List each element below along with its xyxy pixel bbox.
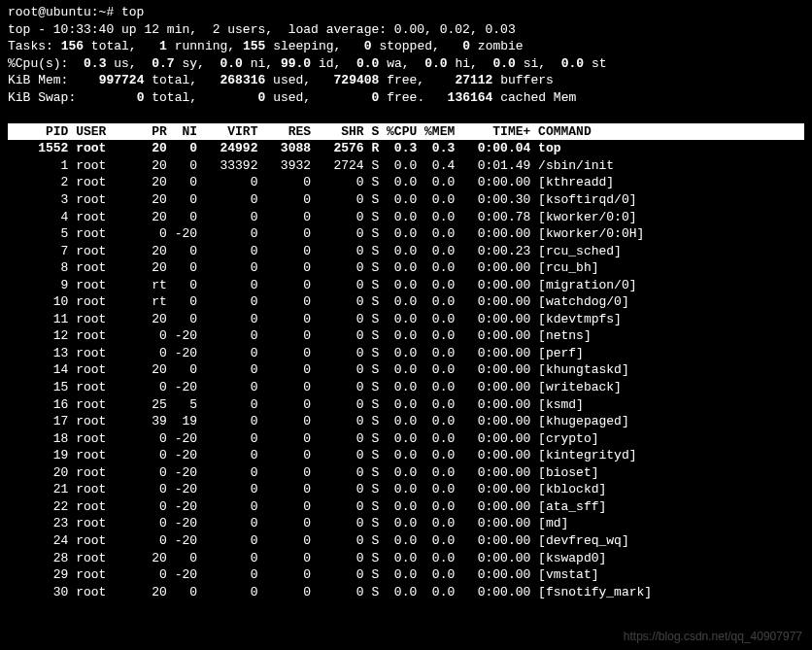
cpu-id: 99.0 [281, 56, 311, 71]
mem-label: KiB Mem: [8, 73, 68, 87]
top-summary-mem: KiB Mem: 997724 total, 268316 used, 7294… [8, 72, 804, 89]
swap-cached-lbl: cached Mem [500, 90, 576, 105]
process-row[interactable]: 18 root 0 -20 0 0 0 S 0.0 0.0 0:00.00 [c… [8, 430, 804, 448]
cpu-st-lbl: st [592, 56, 607, 71]
process-row[interactable]: 21 root 0 -20 0 0 0 S 0.0 0.0 0:00.00 [k… [8, 481, 804, 498]
process-row[interactable]: 11 root 20 0 0 0 0 S 0.0 0.0 0:00.00 [kd… [8, 311, 804, 328]
process-row[interactable]: 24 root 0 -20 0 0 0 S 0.0 0.0 0:00.00 [d… [8, 532, 804, 550]
process-row[interactable]: 3 root 20 0 0 0 0 S 0.0 0.0 0:00.30 [kso… [8, 191, 804, 209]
swap-used-lbl: used, [273, 90, 311, 105]
top-summary-line1: top - 10:33:40 up 12 min, 2 users, load … [8, 21, 804, 39]
cpu-ni: 0.0 [220, 56, 243, 71]
cpu-st: 0.0 [561, 56, 584, 71]
process-row[interactable]: 28 root 20 0 0 0 0 S 0.0 0.0 0:00.00 [ks… [8, 550, 804, 567]
cpu-label: %Cpu(s): [8, 56, 68, 71]
mem-buffers: 27112 [455, 73, 492, 87]
top-summary-tasks: Tasks: 156 total, 1 running, 155 sleepin… [8, 38, 804, 55]
process-row[interactable]: 13 root 0 -20 0 0 0 S 0.0 0.0 0:00.00 [p… [8, 345, 804, 362]
process-row[interactable]: 10 root rt 0 0 0 0 S 0.0 0.0 0:00.00 [wa… [8, 293, 804, 311]
watermark-text: https://blog.csdn.net/qq_40907977 [624, 629, 802, 644]
cpu-sy-lbl: sy, [182, 56, 204, 71]
process-row[interactable]: 7 root 20 0 0 0 0 S 0.0 0.0 0:00.23 [rcu… [8, 243, 804, 260]
tasks-stopped: 0 [364, 39, 372, 53]
process-table-body: 1552 root 20 0 24992 3088 2576 R 0.3 0.3… [8, 140, 804, 600]
tasks-sleeping: 155 [243, 39, 265, 53]
tasks-total-lbl: total, [91, 39, 137, 53]
process-row[interactable]: 15 root 0 -20 0 0 0 S 0.0 0.0 0:00.00 [w… [8, 379, 804, 396]
process-row[interactable]: 1 root 20 0 33392 3932 2724 S 0.0 0.4 0:… [8, 157, 804, 175]
tasks-label: Tasks: [8, 39, 53, 53]
process-row[interactable]: 14 root 20 0 0 0 0 S 0.0 0.0 0:00.00 [kh… [8, 361, 804, 379]
tasks-sleeping-lbl: sleeping, [273, 39, 341, 53]
process-row[interactable]: 12 root 0 -20 0 0 0 S 0.0 0.0 0:00.00 [n… [8, 327, 804, 345]
cpu-id-lbl: id, [319, 56, 341, 71]
mem-used: 268316 [220, 73, 265, 87]
mem-free-lbl: free, [387, 73, 424, 87]
process-row[interactable]: 4 root 20 0 0 0 0 S 0.0 0.0 0:00.78 [kwo… [8, 209, 804, 226]
process-table-header: PID USER PR NI VIRT RES SHR S %CPU %MEM … [8, 123, 804, 141]
mem-used-lbl: used, [273, 73, 311, 87]
process-row[interactable]: 19 root 0 -20 0 0 0 S 0.0 0.0 0:00.00 [k… [8, 447, 804, 464]
cpu-sy: 0.7 [152, 56, 174, 71]
cpu-si-lbl: si, [524, 56, 546, 71]
mem-free: 729408 [334, 73, 380, 87]
shell-prompt[interactable]: root@ubuntu:~# top [8, 4, 804, 21]
cpu-ni-lbl: ni, [251, 56, 273, 71]
process-row[interactable]: 20 root 0 -20 0 0 0 S 0.0 0.0 0:00.00 [b… [8, 464, 804, 482]
process-row[interactable]: 5 root 0 -20 0 0 0 S 0.0 0.0 0:00.00 [kw… [8, 225, 804, 243]
process-row[interactable]: 30 root 20 0 0 0 0 S 0.0 0.0 0:00.00 [fs… [8, 584, 804, 601]
process-row[interactable]: 9 root rt 0 0 0 0 S 0.0 0.0 0:00.00 [mig… [8, 277, 804, 294]
process-row[interactable]: 17 root 39 19 0 0 0 S 0.0 0.0 0:00.00 [k… [8, 413, 804, 430]
top-summary-swap: KiB Swap: 0 total, 0 used, 0 free. 13616… [8, 89, 804, 107]
swap-label: KiB Swap: [8, 90, 76, 105]
tasks-stopped-lbl: stopped, [379, 39, 439, 53]
swap-total: 0 [137, 90, 145, 105]
swap-used: 0 [258, 90, 266, 105]
cpu-hi-lbl: hi, [455, 56, 477, 71]
swap-total-lbl: total, [152, 90, 197, 105]
process-row[interactable]: 2 root 20 0 0 0 0 S 0.0 0.0 0:00.00 [kth… [8, 174, 804, 191]
process-row[interactable]: 1552 root 20 0 24992 3088 2576 R 0.3 0.3… [8, 140, 804, 157]
cpu-si: 0.0 [492, 56, 515, 71]
tasks-running-lbl: running, [175, 39, 235, 53]
cpu-us-lbl: us, [114, 56, 136, 71]
top-summary-cpu: %Cpu(s): 0.3 us, 0.7 sy, 0.0 ni, 99.0 id… [8, 55, 804, 73]
cpu-wa-lbl: wa, [387, 56, 409, 71]
mem-total: 997724 [99, 73, 145, 87]
tasks-running: 1 [159, 39, 167, 53]
tasks-total: 156 [61, 39, 84, 53]
swap-free-lbl: free. [387, 90, 424, 105]
tasks-zombie: 0 [462, 39, 470, 53]
mem-buffers-lbl: buffers [500, 73, 554, 87]
cpu-wa: 0.0 [356, 56, 379, 71]
mem-total-lbl: total, [152, 73, 197, 87]
process-row[interactable]: 16 root 25 5 0 0 0 S 0.0 0.0 0:00.00 [ks… [8, 396, 804, 414]
cpu-us: 0.3 [84, 56, 106, 71]
process-row[interactable]: 22 root 0 -20 0 0 0 S 0.0 0.0 0:00.00 [a… [8, 498, 804, 516]
tasks-zombie-lbl: zombie [478, 39, 524, 53]
swap-cached: 136164 [448, 90, 493, 105]
process-row[interactable]: 8 root 20 0 0 0 0 S 0.0 0.0 0:00.00 [rcu… [8, 259, 804, 277]
process-row[interactable]: 23 root 0 -20 0 0 0 S 0.0 0.0 0:00.00 [m… [8, 515, 804, 532]
cpu-hi: 0.0 [424, 56, 447, 71]
swap-free: 0 [372, 90, 380, 105]
process-row[interactable]: 29 root 0 -20 0 0 0 S 0.0 0.0 0:00.00 [v… [8, 566, 804, 584]
